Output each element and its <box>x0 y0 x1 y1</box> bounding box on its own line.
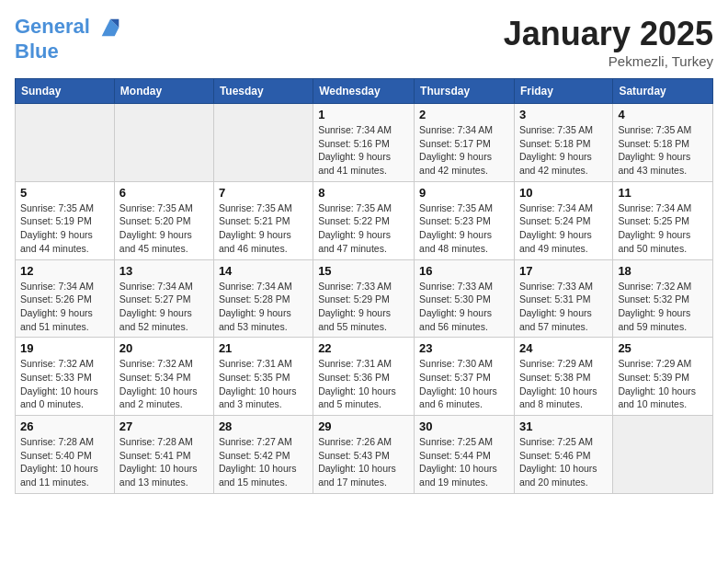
day-number: 9 <box>419 186 509 200</box>
calendar-day-cell: 26Sunrise: 7:28 AM Sunset: 5:40 PM Dayli… <box>16 416 115 494</box>
calendar-day-cell: 20Sunrise: 7:32 AM Sunset: 5:34 PM Dayli… <box>114 338 213 416</box>
day-info: Sunrise: 7:34 AM Sunset: 5:17 PM Dayligh… <box>419 123 509 178</box>
calendar-day-cell: 11Sunrise: 7:34 AM Sunset: 5:25 PM Dayli… <box>613 181 713 259</box>
day-info: Sunrise: 7:26 AM Sunset: 5:43 PM Dayligh… <box>318 435 409 489</box>
calendar-day-cell: 3Sunrise: 7:35 AM Sunset: 5:18 PM Daylig… <box>514 104 612 182</box>
calendar-day-cell: 15Sunrise: 7:33 AM Sunset: 5:29 PM Dayli… <box>313 259 415 338</box>
calendar-day-cell: 21Sunrise: 7:31 AM Sunset: 5:35 PM Dayli… <box>213 338 313 416</box>
day-info: Sunrise: 7:28 AM Sunset: 5:41 PM Dayligh… <box>119 435 209 489</box>
calendar-week-row: 1Sunrise: 7:34 AM Sunset: 5:16 PM Daylig… <box>16 104 713 182</box>
day-info: Sunrise: 7:31 AM Sunset: 5:35 PM Dayligh… <box>219 357 308 411</box>
calendar-day-cell: 28Sunrise: 7:27 AM Sunset: 5:42 PM Dayli… <box>213 416 313 494</box>
weekday-header: Friday <box>514 79 612 104</box>
day-number: 26 <box>20 419 109 433</box>
calendar-day-cell <box>213 104 313 182</box>
day-info: Sunrise: 7:34 AM Sunset: 5:26 PM Dayligh… <box>20 280 109 334</box>
calendar-day-cell: 7Sunrise: 7:35 AM Sunset: 5:21 PM Daylig… <box>213 181 313 259</box>
calendar-day-cell: 13Sunrise: 7:34 AM Sunset: 5:27 PM Dayli… <box>114 259 213 338</box>
month-title: January 2025 <box>504 15 713 53</box>
day-number: 15 <box>318 264 409 278</box>
logo-blue: Blue <box>15 40 123 63</box>
calendar-day-cell <box>114 104 213 182</box>
day-info: Sunrise: 7:34 AM Sunset: 5:16 PM Dayligh… <box>318 123 409 178</box>
calendar-day-cell: 2Sunrise: 7:34 AM Sunset: 5:17 PM Daylig… <box>415 104 515 182</box>
day-number: 4 <box>618 108 708 121</box>
day-number: 19 <box>20 341 109 355</box>
calendar-day-cell: 4Sunrise: 7:35 AM Sunset: 5:18 PM Daylig… <box>613 104 713 182</box>
day-number: 5 <box>20 186 109 200</box>
calendar-day-cell: 10Sunrise: 7:34 AM Sunset: 5:24 PM Dayli… <box>514 181 612 259</box>
day-number: 11 <box>618 186 708 200</box>
weekday-header: Saturday <box>613 79 713 104</box>
weekday-header: Wednesday <box>313 79 415 104</box>
calendar-day-cell: 17Sunrise: 7:33 AM Sunset: 5:31 PM Dayli… <box>514 259 612 338</box>
day-info: Sunrise: 7:34 AM Sunset: 5:28 PM Dayligh… <box>219 280 308 334</box>
day-number: 13 <box>119 264 209 278</box>
day-info: Sunrise: 7:35 AM Sunset: 5:18 PM Dayligh… <box>519 123 608 178</box>
weekday-header: Monday <box>114 79 213 104</box>
day-number: 1 <box>318 108 409 121</box>
logo: General Blue <box>15 15 123 63</box>
day-number: 12 <box>20 264 109 278</box>
calendar-day-cell: 31Sunrise: 7:25 AM Sunset: 5:46 PM Dayli… <box>514 416 612 494</box>
day-info: Sunrise: 7:35 AM Sunset: 5:23 PM Dayligh… <box>419 201 509 256</box>
logo-text: General <box>15 15 123 40</box>
day-number: 10 <box>519 186 608 200</box>
day-info: Sunrise: 7:25 AM Sunset: 5:46 PM Dayligh… <box>519 435 608 489</box>
calendar-week-row: 5Sunrise: 7:35 AM Sunset: 5:19 PM Daylig… <box>16 181 713 259</box>
day-info: Sunrise: 7:34 AM Sunset: 5:25 PM Dayligh… <box>618 201 708 256</box>
day-number: 18 <box>618 264 708 278</box>
calendar-week-row: 19Sunrise: 7:32 AM Sunset: 5:33 PM Dayli… <box>16 338 713 416</box>
calendar-day-cell: 12Sunrise: 7:34 AM Sunset: 5:26 PM Dayli… <box>16 259 115 338</box>
weekday-header: Sunday <box>16 79 115 104</box>
calendar-day-cell: 1Sunrise: 7:34 AM Sunset: 5:16 PM Daylig… <box>313 104 415 182</box>
day-number: 27 <box>119 419 209 433</box>
calendar-day-cell: 9Sunrise: 7:35 AM Sunset: 5:23 PM Daylig… <box>415 181 515 259</box>
day-number: 20 <box>119 341 209 355</box>
day-number: 3 <box>519 108 608 121</box>
title-section: January 2025 Pekmezli, Turkey <box>504 15 713 69</box>
day-info: Sunrise: 7:28 AM Sunset: 5:40 PM Dayligh… <box>20 435 109 489</box>
calendar-day-cell: 5Sunrise: 7:35 AM Sunset: 5:19 PM Daylig… <box>16 181 115 259</box>
calendar-table: SundayMondayTuesdayWednesdayThursdayFrid… <box>15 78 713 494</box>
calendar-day-cell: 16Sunrise: 7:33 AM Sunset: 5:30 PM Dayli… <box>415 259 515 338</box>
day-number: 22 <box>318 341 409 355</box>
day-number: 17 <box>519 264 608 278</box>
day-info: Sunrise: 7:35 AM Sunset: 5:20 PM Dayligh… <box>119 201 209 256</box>
day-number: 30 <box>419 419 509 433</box>
day-number: 21 <box>219 341 308 355</box>
day-info: Sunrise: 7:32 AM Sunset: 5:34 PM Dayligh… <box>119 357 209 411</box>
calendar-day-cell: 25Sunrise: 7:29 AM Sunset: 5:39 PM Dayli… <box>613 338 713 416</box>
calendar-day-cell: 27Sunrise: 7:28 AM Sunset: 5:41 PM Dayli… <box>114 416 213 494</box>
day-number: 8 <box>318 186 409 200</box>
calendar-day-cell: 14Sunrise: 7:34 AM Sunset: 5:28 PM Dayli… <box>213 259 313 338</box>
weekday-header-row: SundayMondayTuesdayWednesdayThursdayFrid… <box>16 79 713 104</box>
calendar-day-cell: 6Sunrise: 7:35 AM Sunset: 5:20 PM Daylig… <box>114 181 213 259</box>
day-info: Sunrise: 7:32 AM Sunset: 5:32 PM Dayligh… <box>618 280 708 334</box>
day-info: Sunrise: 7:25 AM Sunset: 5:44 PM Dayligh… <box>419 435 509 489</box>
day-number: 16 <box>419 264 509 278</box>
day-info: Sunrise: 7:35 AM Sunset: 5:18 PM Dayligh… <box>618 123 708 178</box>
day-number: 7 <box>219 186 308 200</box>
calendar-day-cell <box>613 416 713 494</box>
weekday-header: Thursday <box>415 79 515 104</box>
calendar-day-cell <box>16 104 115 182</box>
day-info: Sunrise: 7:29 AM Sunset: 5:38 PM Dayligh… <box>519 357 608 411</box>
location-subtitle: Pekmezli, Turkey <box>504 53 713 69</box>
day-info: Sunrise: 7:33 AM Sunset: 5:31 PM Dayligh… <box>519 280 608 334</box>
day-number: 28 <box>219 419 308 433</box>
calendar-day-cell: 19Sunrise: 7:32 AM Sunset: 5:33 PM Dayli… <box>16 338 115 416</box>
day-info: Sunrise: 7:34 AM Sunset: 5:27 PM Dayligh… <box>119 280 209 334</box>
day-info: Sunrise: 7:31 AM Sunset: 5:36 PM Dayligh… <box>318 357 409 411</box>
day-info: Sunrise: 7:33 AM Sunset: 5:29 PM Dayligh… <box>318 280 409 334</box>
day-number: 24 <box>519 341 608 355</box>
calendar-day-cell: 23Sunrise: 7:30 AM Sunset: 5:37 PM Dayli… <box>415 338 515 416</box>
calendar-day-cell: 29Sunrise: 7:26 AM Sunset: 5:43 PM Dayli… <box>313 416 415 494</box>
day-number: 6 <box>119 186 209 200</box>
day-info: Sunrise: 7:29 AM Sunset: 5:39 PM Dayligh… <box>618 357 708 411</box>
day-number: 31 <box>519 419 608 433</box>
calendar-day-cell: 24Sunrise: 7:29 AM Sunset: 5:38 PM Dayli… <box>514 338 612 416</box>
day-info: Sunrise: 7:30 AM Sunset: 5:37 PM Dayligh… <box>419 357 509 411</box>
page-header: General Blue January 2025 Pekmezli, Turk… <box>15 15 713 69</box>
day-info: Sunrise: 7:35 AM Sunset: 5:19 PM Dayligh… <box>20 201 109 256</box>
